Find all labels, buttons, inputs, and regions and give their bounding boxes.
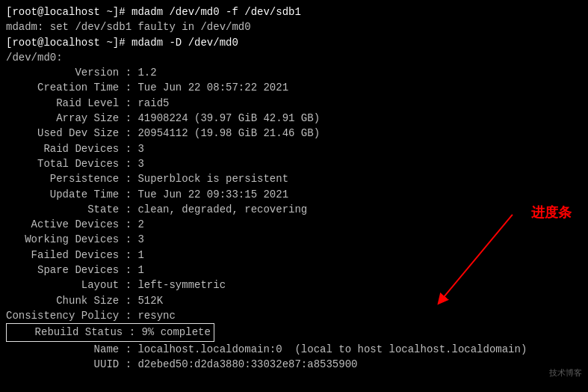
terminal-output-line: Working Devices : 3 xyxy=(6,232,582,247)
watermark-text: 技术博客 xyxy=(549,367,582,379)
terminal-output-line: Name : localhost.localdomain:0 (local to… xyxy=(6,342,582,357)
terminal-output-line: Spare Devices : 1 xyxy=(6,263,582,278)
terminal-output-line: Consistency Policy : resync xyxy=(6,308,582,323)
terminal-output-line: State : clean, degraded, recovering xyxy=(6,202,582,217)
terminal-output-line: Failed Devices : 1 xyxy=(6,248,582,263)
terminal-output-line: /dev/md0: xyxy=(6,50,582,65)
terminal-output-line: Chunk Size : 512K xyxy=(6,293,582,308)
terminal-output-line: Raid Devices : 3 xyxy=(6,141,582,156)
terminal-output: [root@localhost ~]# mdadm /dev/md0 -f /d… xyxy=(0,0,588,376)
terminal-prompt: [root@localhost ~]# mdadm /dev/md0 -f /d… xyxy=(6,6,301,18)
terminal-output-line: mdadm: set /dev/sdb1 faulty in /dev/md0 xyxy=(6,19,582,34)
terminal-output-line: Layout : left-symmetric xyxy=(6,278,582,293)
annotation-label: 进度条 xyxy=(531,203,572,221)
terminal-output-line: Update Time : Tue Jun 22 09:33:15 2021 xyxy=(6,187,582,202)
terminal-output-line: Raid Level : raid5 xyxy=(6,96,582,111)
terminal-output-line: Creation Time : Tue Jun 22 08:57:22 2021 xyxy=(6,80,582,95)
terminal-output-line: Total Devices : 3 xyxy=(6,156,582,171)
terminal-output-line: Version : 1.2 xyxy=(6,65,582,80)
terminal-output-line: Persistence : Superblock is persistent xyxy=(6,171,582,186)
terminal-output-line: Active Devices : 2 xyxy=(6,217,582,232)
rebuild-status-box: Rebuild Status : 9% complete xyxy=(6,323,214,341)
terminal-prompt: [root@localhost ~]# mdadm -D /dev/md0 xyxy=(6,37,238,49)
terminal-output-line: Array Size : 41908224 (39.97 GiB 42.91 G… xyxy=(6,111,582,126)
terminal-output-line: UUID : d2ebed50:d2da3880:33032e87:a85359… xyxy=(6,357,582,372)
terminal-output-line: Used Dev Size : 20954112 (19.98 GiB 21.4… xyxy=(6,126,582,141)
